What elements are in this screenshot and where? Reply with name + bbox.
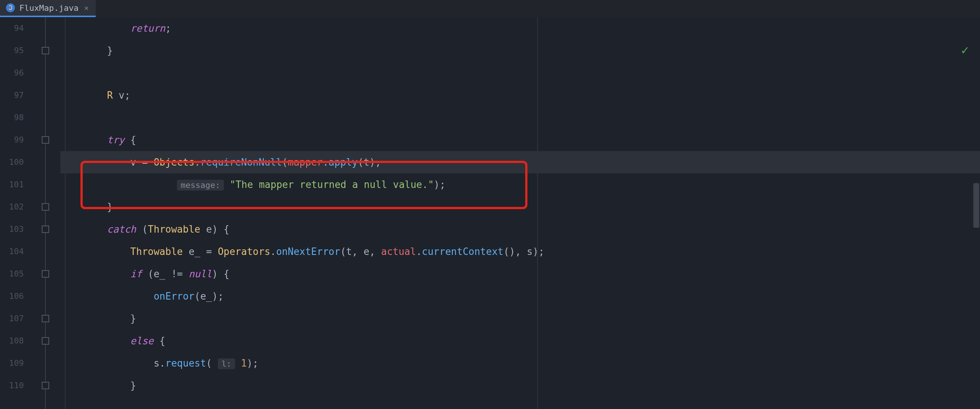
code-line (60, 62, 980, 84)
code-line: Throwable e_ = Operators.onNextError(t, … (60, 240, 980, 263)
vertical-scrollbar[interactable] (972, 34, 980, 409)
line-number: 102 (0, 196, 24, 218)
line-number: 98 (0, 106, 24, 129)
fold-gutter (30, 17, 60, 409)
code-line: s.request( l: 1); (60, 352, 980, 374)
line-number-gutter: 94 95 96 97 98 99 100 101 102 103 104 10… (0, 17, 30, 409)
svg-point-0 (6, 3, 15, 12)
code-line: onError(e_); (60, 285, 980, 308)
line-number: 103 (0, 218, 24, 240)
parameter-hint: l: (218, 358, 235, 369)
analysis-ok-icon[interactable]: ✓ (961, 43, 969, 57)
close-icon[interactable]: ✕ (82, 4, 91, 12)
line-number: 97 (0, 84, 24, 106)
code-line: } (60, 40, 980, 62)
line-number: 108 (0, 330, 24, 352)
fold-handle-icon[interactable] (42, 47, 49, 54)
code-line-current: v = Objects.requireNonNull(mapper.apply(… (60, 151, 980, 173)
fold-guide-line (45, 17, 46, 409)
line-number: 100 (0, 151, 24, 173)
line-number: 107 (0, 308, 24, 330)
fold-handle-icon[interactable] (42, 337, 49, 345)
java-file-icon (5, 3, 16, 13)
line-number: 94 (0, 17, 24, 40)
line-number: 101 (0, 173, 24, 196)
code-line: else { (60, 330, 980, 352)
tab-filename: FluxMap.java (19, 3, 79, 13)
code-line: R v; (60, 84, 980, 106)
code-line: } (60, 196, 980, 218)
fold-handle-icon[interactable] (42, 203, 49, 211)
scrollbar-thumb[interactable] (973, 183, 979, 228)
line-number: 105 (0, 263, 24, 285)
fold-handle-icon[interactable] (42, 382, 49, 389)
code-line (60, 106, 980, 129)
fold-handle-icon[interactable] (42, 136, 49, 144)
code-area[interactable]: return; } R v; try { v = Objects.require… (60, 17, 980, 409)
code-line: } (60, 374, 980, 397)
fold-handle-icon[interactable] (42, 270, 49, 277)
code-line: if (e_ != null) { (60, 263, 980, 285)
code-line: } (60, 308, 980, 330)
line-number: 110 (0, 374, 24, 397)
code-line: catch (Throwable e) { (60, 218, 980, 240)
fold-handle-icon[interactable] (42, 225, 49, 233)
fold-handle-icon[interactable] (42, 315, 49, 322)
parameter-hint: message: (177, 180, 224, 190)
line-number: 106 (0, 285, 24, 308)
line-number: 95 (0, 40, 24, 62)
code-editor[interactable]: 94 95 96 97 98 99 100 101 102 103 104 10… (0, 17, 980, 409)
tab-fluxmap[interactable]: FluxMap.java ✕ (0, 0, 96, 17)
code-line: message: "The mapper returned a null val… (60, 173, 980, 196)
line-number: 96 (0, 62, 24, 84)
code-line: return; (60, 17, 980, 40)
line-number: 99 (0, 129, 24, 151)
tab-bar: FluxMap.java ✕ (0, 0, 980, 17)
line-number: 109 (0, 352, 24, 374)
line-number: 104 (0, 240, 24, 263)
code-line: try { (60, 129, 980, 151)
